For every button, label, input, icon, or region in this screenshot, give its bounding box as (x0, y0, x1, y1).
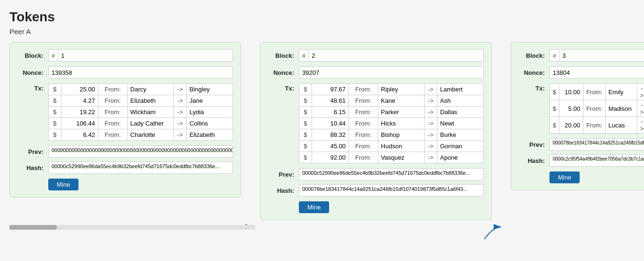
tx-section-3: Tx: $ 10.00 From: Emily -> $ 5.00 From: … (519, 83, 644, 134)
tx-from-name: Madison (605, 100, 637, 117)
mine-button-2[interactable]: Mine (299, 201, 329, 213)
tx-amount: 19.22 (61, 107, 98, 118)
tx-from: From: (349, 95, 378, 107)
table-row: $ 10.00 From: Emily -> (550, 84, 644, 100)
page-subtitle: Peer A (9, 27, 635, 36)
tx-dollar: $ (49, 95, 61, 107)
tx-amount: 6.42 (61, 129, 98, 141)
tx-arrow: -> (174, 84, 186, 95)
prev-label-3: Prev: (519, 141, 545, 148)
prev-row-3: Prev: 000078be183417844c14a9251ca246fb15… (519, 138, 644, 151)
hash-value-1: 00000c52990ee86da55ec4b9b32beefd745d7167… (48, 162, 233, 174)
tx-to-name: Burke (437, 129, 483, 141)
mine-button-3[interactable]: Mine (549, 171, 580, 183)
tx-table-1: $ 25.00 From: Darcy -> Bingley $ 4.27 Fr… (48, 83, 233, 141)
tx-from-name: Elizabeth (127, 95, 174, 107)
tx-dollar: $ (550, 100, 559, 117)
tx-label-1: Tx: (17, 83, 44, 92)
nonce-row-1: Nonce: (17, 66, 233, 79)
nonce-input-1[interactable] (48, 66, 233, 79)
block-number-input-3[interactable] (559, 49, 644, 62)
tx-from: From: (98, 84, 127, 95)
tx-label-3: Tx: (519, 83, 545, 92)
tx-to-name: Newt (437, 118, 483, 129)
hash-value-3: 0000c2c95f54a49b4f2bee7056a7dc3b7c1a4... (549, 154, 644, 167)
nonce-input-2[interactable] (299, 66, 484, 79)
tx-dollar: $ (299, 129, 312, 141)
table-row: $ 92.00 From: Vasquez -> Apone (299, 152, 484, 163)
block-number-row: Block: # (17, 49, 233, 62)
tx-amount: 20.00 (559, 117, 583, 134)
tx-from: From: (349, 118, 378, 129)
tx-amount: 10.00 (559, 84, 583, 100)
tx-to-name: Collins (186, 118, 233, 129)
tx-from-name: Charlotte (127, 129, 174, 141)
table-row: $ 48.61 From: Kane -> Ash (299, 95, 484, 107)
prev-value-3: 000078be183417844c14a9251ca246fb15df1... (549, 138, 644, 151)
tx-from: From: (349, 152, 378, 163)
tx-from: From: (349, 84, 378, 95)
block-card-1: Block: # Nonce: Tx: $ 25.00 From: Darcy … (9, 42, 241, 198)
hash-symbol-3: # (549, 49, 559, 62)
block-number-wrapper-3: # (549, 49, 644, 62)
tx-table-3: $ 10.00 From: Emily -> $ 5.00 From: Madi… (549, 83, 644, 134)
tx-amount: 92.00 (312, 152, 349, 163)
table-row: $ 19.22 From: Wickham -> Lydia (49, 107, 233, 118)
nonce-input-3[interactable] (549, 66, 644, 79)
block-label-2: Block: (268, 52, 294, 59)
nonce-row-3: Nonce: (519, 66, 644, 79)
hash-symbol-1: # (48, 49, 58, 62)
hash-row-1: Hash: 00000c52990ee86da55ec4b9b32beefd74… (17, 162, 233, 174)
table-row: $ 5.00 From: Madison -> (550, 100, 644, 117)
tx-dollar: $ (299, 107, 312, 118)
tx-amount: 6.15 (312, 107, 349, 118)
hash-label-3: Hash: (519, 157, 545, 164)
tx-dollar: $ (49, 84, 61, 95)
page-title: Tokens (9, 9, 635, 25)
tx-dollar: $ (299, 152, 312, 163)
scrollbar-thumb[interactable] (9, 225, 57, 230)
nonce-row-2: Nonce: (268, 66, 484, 79)
tx-amount: 5.00 (559, 100, 583, 117)
block-number-input-1[interactable] (58, 49, 233, 62)
prev-row-1: Prev: 0000000000000000000000000000000000… (17, 145, 233, 158)
tx-dollar: $ (550, 117, 559, 134)
tx-arrow: -> (424, 84, 437, 95)
tx-section-2: Tx: $ 97.67 From: Ripley -> Lambert $ 48… (268, 83, 484, 163)
tx-dollar: $ (49, 107, 61, 118)
tx-to-name: Bingley (186, 84, 233, 95)
tx-label-2: Tx: (268, 83, 294, 92)
tx-amount: 10.44 (312, 118, 349, 129)
tx-arrow: -> (174, 129, 186, 141)
tx-to-name: Gorman (437, 141, 483, 152)
scrollbar-track (9, 225, 255, 230)
tx-amount: 48.61 (312, 95, 349, 107)
tx-from: From: (349, 141, 378, 152)
tx-from-name: Kane (378, 95, 424, 107)
tx-amount: 25.00 (61, 84, 98, 95)
tx-amount: 45.00 (312, 141, 349, 152)
tx-dollar: $ (49, 118, 61, 129)
hash-value-2: 000078be183417844c14a9251ca246fb15df1074… (299, 184, 484, 197)
tx-from: From: (98, 95, 127, 107)
hash-row-2: Hash: 000078be183417844c14a9251ca246fb15… (268, 184, 484, 197)
block-number-input-2[interactable] (308, 49, 484, 62)
mine-button-1[interactable]: Mine (48, 179, 78, 190)
nonce-label-1: Nonce: (17, 69, 44, 76)
block-number-row-3: Block: # (519, 49, 644, 62)
tx-from-name: Parker (378, 107, 424, 118)
tx-dollar: $ (299, 95, 312, 107)
tx-to-name: Elizabeth (186, 129, 233, 141)
tx-dollar: $ (299, 84, 312, 95)
prev-value-2: 00000c52990ee86de55ec4b9b32beefd745d7167… (299, 168, 484, 180)
tx-from: From: (583, 84, 605, 100)
tx-from: From: (98, 107, 127, 118)
prev-label-2: Prev: (268, 171, 294, 178)
table-row: $ 10.44 From: Hicks -> Newt (299, 118, 484, 129)
prev-value-1: 0000000000000000000000000000000000000000… (48, 145, 233, 158)
tx-arrow: -> (424, 107, 437, 118)
tx-to-name: Lambert (437, 84, 483, 95)
tx-arrow: -> (637, 117, 644, 134)
prev-label-1: Prev: (17, 148, 44, 155)
tx-amount: 97.67 (312, 84, 349, 95)
